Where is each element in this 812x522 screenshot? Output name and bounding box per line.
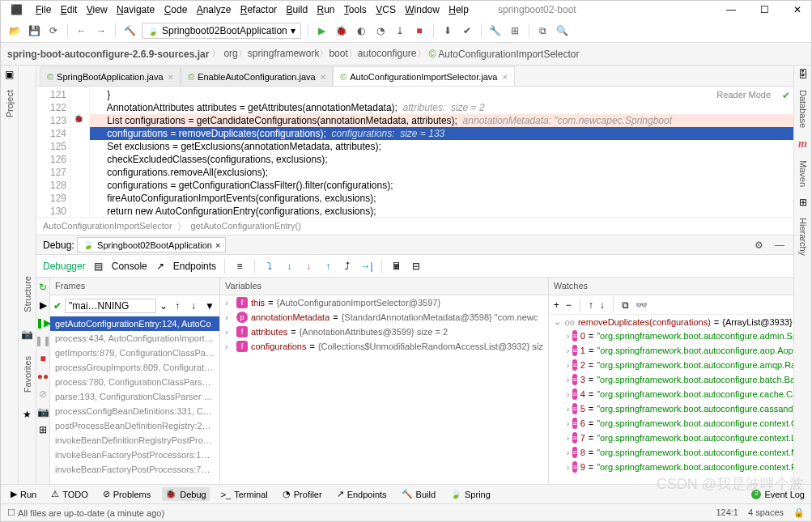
menu-window[interactable]: Window: [402, 2, 443, 17]
stack-frame[interactable]: getImports:879, ConfigurationClassParse: [50, 346, 219, 360]
code-line[interactable]: }: [90, 88, 793, 101]
copy-icon[interactable]: ⧉: [622, 299, 629, 311]
watch-item[interactable]: ›≡ 1 = "org.springframework.boot.autocon…: [549, 343, 793, 358]
get-thread-dump-icon[interactable]: 📷: [36, 405, 49, 418]
step-out-icon[interactable]: ↑: [321, 260, 334, 273]
threads-icon[interactable]: ≡: [233, 260, 246, 273]
editor-bc-class[interactable]: AutoConfigurationImportSelector: [43, 221, 172, 231]
sync-icon[interactable]: ⟳: [46, 23, 61, 38]
debug-settings-icon[interactable]: ⚙: [751, 238, 766, 253]
minimize-icon[interactable]: —: [723, 2, 739, 17]
menu-vcs[interactable]: VCS: [372, 2, 399, 17]
debug-session-tab[interactable]: Springboot02BootApplication ×: [77, 237, 226, 253]
next-frame-icon[interactable]: ↓: [187, 299, 200, 312]
menu-edit[interactable]: Edit: [57, 2, 81, 17]
menu-build[interactable]: Build: [283, 2, 311, 17]
menu-help[interactable]: Help: [445, 2, 472, 17]
profile-icon[interactable]: ◔: [373, 23, 388, 38]
status-icon[interactable]: ☐: [7, 507, 15, 518]
bottom-tab-todo[interactable]: ⚠TODO: [48, 487, 91, 501]
up-icon[interactable]: ↑: [589, 299, 593, 311]
watch-item[interactable]: ›≡ 2 = "org.springframework.boot.autocon…: [549, 358, 793, 372]
menu-navigate[interactable]: Navigate: [113, 2, 158, 17]
pause-icon[interactable]: ❚❚: [36, 334, 49, 347]
maximize-icon[interactable]: ☐: [757, 2, 772, 17]
glasses-icon[interactable]: 👓: [636, 299, 648, 311]
back-icon[interactable]: ←: [74, 23, 89, 38]
editor-bc-method[interactable]: getAutoConfigurationEntry(): [191, 221, 301, 231]
down-icon[interactable]: ↓: [600, 299, 605, 311]
breadcrumb-part[interactable]: autoconfigure: [358, 48, 417, 59]
stack-frame[interactable]: invokeBeanFactoryPostProcessors:112, P: [50, 448, 219, 462]
close-tab-icon[interactable]: ×: [168, 72, 173, 82]
stack-frame[interactable]: process:780, ConfigurationClassParser$D: [50, 375, 219, 389]
run-icon[interactable]: ▶: [315, 23, 329, 38]
variable-row[interactable]: ›p annotationMetadata = {StandardAnnotat…: [220, 310, 548, 325]
force-step-into-icon[interactable]: ↓: [302, 260, 315, 273]
dropdown-icon[interactable]: ⌄: [159, 300, 168, 312]
stop-icon[interactable]: ■: [412, 23, 427, 38]
step-into-icon[interactable]: ↓: [283, 260, 295, 273]
breadcrumb-part[interactable]: springframework: [248, 48, 320, 59]
code-line[interactable]: List configurations = getCandidateConfig…: [90, 114, 793, 127]
bottom-tab-endpoints[interactable]: ↗Endpoints: [334, 487, 390, 501]
variable-row[interactable]: ›f configurations = {Collections$Unmodif…: [220, 339, 548, 354]
database-icon[interactable]: 🗄: [798, 69, 808, 80]
search-icon[interactable]: 🔍: [555, 23, 570, 38]
settings-icon[interactable]: 🔧: [488, 23, 503, 38]
resume-icon[interactable]: ❚▶: [36, 316, 49, 329]
watch-item[interactable]: ›≡ 8 = "org.springframework.boot.autocon…: [549, 445, 793, 460]
reader-mode-label[interactable]: Reader Mode: [716, 90, 771, 100]
structure-icon[interactable]: ⊞: [508, 23, 522, 38]
close-tab-icon[interactable]: ×: [215, 240, 220, 250]
variable-row[interactable]: ›f this = {AutoConfigurationImportSelect…: [220, 295, 548, 310]
hierarchy-icon[interactable]: ⊞: [799, 197, 807, 208]
rerun-icon[interactable]: ↻: [36, 281, 49, 294]
prev-frame-icon[interactable]: ↑: [171, 299, 184, 312]
open-icon[interactable]: 📂: [7, 23, 22, 38]
tab-console[interactable]: Console: [112, 261, 147, 272]
bottom-tab-run[interactable]: ▶Run: [7, 487, 40, 501]
filter-icon[interactable]: ▼: [203, 299, 216, 312]
variable-row[interactable]: ›f attributes = {AnnotationAttributes@35…: [220, 325, 548, 339]
trace-icon[interactable]: ⊟: [410, 260, 423, 273]
menu-view[interactable]: View: [83, 2, 111, 17]
menu-tools[interactable]: Tools: [341, 2, 370, 17]
menu-run[interactable]: Run: [313, 2, 338, 17]
stack-frame[interactable]: invokeBeanFactoryPostProcessors:746, A: [50, 462, 219, 477]
stack-frame[interactable]: invokeBeanDefinitionRegistryPostProcess: [50, 433, 219, 448]
watch-item[interactable]: ›≡ 0 = "org.springframework.boot.autocon…: [549, 329, 793, 343]
stack-frame[interactable]: parse:193, ConfigurationClassParser (org: [50, 389, 219, 404]
close-tab-icon[interactable]: ×: [502, 72, 507, 82]
structure-tool-label[interactable]: Structure: [23, 276, 32, 312]
drop-frame-icon[interactable]: ⤴: [341, 260, 354, 273]
menu-file[interactable]: File: [32, 2, 54, 17]
bottom-tab-spring[interactable]: 🍃Spring: [447, 487, 494, 501]
hierarchy-label[interactable]: Hierarchy: [798, 218, 808, 256]
close-tab-icon[interactable]: ×: [321, 72, 325, 82]
step-over-icon[interactable]: ⤵: [263, 260, 276, 273]
vcs-commit-icon[interactable]: ✔: [460, 23, 474, 38]
file-tab[interactable]: © AutoConfigurationImportSelector.java ×: [333, 66, 515, 86]
tab-debugger[interactable]: Debugger: [43, 261, 86, 272]
view-breakpoints-icon[interactable]: ●●: [36, 370, 49, 383]
editor-breadcrumb[interactable]: AutoConfigurationImportSelector 〉 getAut…: [36, 217, 793, 235]
watch-item[interactable]: ›≡ 4 = "org.springframework.boot.autocon…: [549, 387, 793, 401]
save-all-icon[interactable]: 💾: [27, 23, 41, 38]
stack-frame[interactable]: postProcessBeanDefinitionRegistry:247, C: [50, 418, 219, 433]
actions-icon[interactable]: ⧉: [536, 23, 551, 38]
run-config-selector[interactable]: Springboot02BootApplication ▾: [142, 23, 301, 39]
stack-frame[interactable]: processConfigBeanDefinitions:331, Confi: [50, 404, 219, 418]
breadcrumb-part[interactable]: boot: [329, 48, 347, 59]
bottom-tab-terminal[interactable]: >_Terminal: [218, 488, 271, 501]
thread-dropdown[interactable]: "mai…NNING: [65, 299, 156, 313]
maven-label[interactable]: Maven: [798, 160, 808, 187]
breadcrumb-root[interactable]: spring-boot-autoconfigure-2.6.9-sources.…: [7, 49, 209, 60]
bottom-tab-debug[interactable]: 🐞Debug: [162, 487, 209, 501]
code-line[interactable]: configurations = getConfigurationClassFi…: [90, 179, 793, 192]
build-icon[interactable]: 🔨: [122, 23, 137, 38]
favorites-tool-label[interactable]: Favorites: [23, 356, 32, 393]
debug-icon[interactable]: 🐞: [334, 23, 349, 38]
project-tool-icon[interactable]: ▣: [5, 69, 14, 80]
file-tab[interactable]: © SpringBootApplication.java ×: [40, 66, 181, 86]
